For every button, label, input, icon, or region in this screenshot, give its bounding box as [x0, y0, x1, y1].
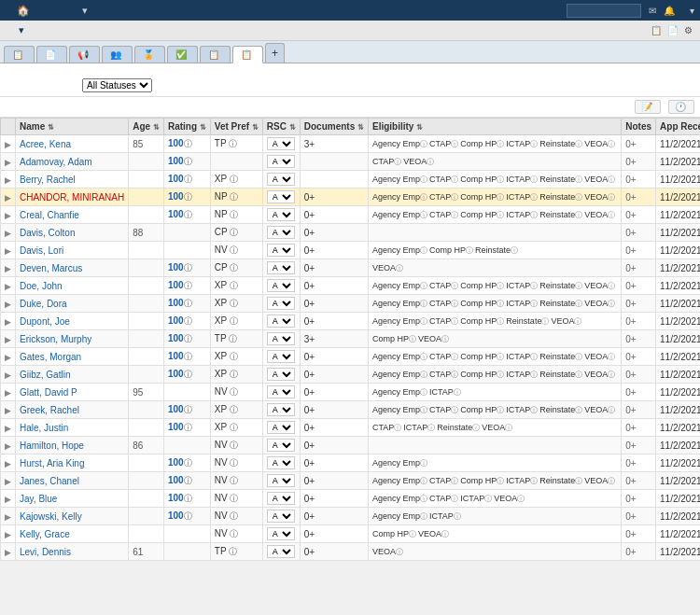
rsc-select[interactable]: AA [267, 385, 295, 398]
rsc-select[interactable]: AC [267, 439, 295, 452]
expand-cell[interactable]: ▶ [1, 330, 16, 348]
history-button[interactable]: 🕐 [668, 100, 694, 114]
rsc-cell[interactable]: AC [262, 454, 300, 472]
applicant-name-link[interactable]: Adamovay, Adam [20, 157, 92, 167]
rsc-select[interactable]: AC [267, 297, 295, 310]
expand-cell[interactable]: ▶ [1, 242, 16, 259]
tab-reviews[interactable]: ✅ [167, 46, 198, 63]
rsc-select[interactable]: AC [267, 492, 295, 505]
expand-cell[interactable]: ▶ [1, 206, 16, 224]
applicant-name-link[interactable]: Berry, Rachel [20, 175, 76, 185]
applicant-name-link[interactable]: Jay, Blue [20, 494, 57, 504]
rsc-cell[interactable]: AC [262, 206, 300, 224]
rsc-select[interactable]: AC [267, 279, 295, 292]
rsc-cell[interactable]: AA [262, 543, 300, 561]
header-vet-pref[interactable]: Vet Pref ⇅ [210, 119, 262, 135]
applicant-name-link[interactable]: Kelly, Grace [20, 529, 70, 539]
rsc-cell[interactable]: AC [262, 277, 300, 295]
rsc-cell[interactable]: AC [262, 259, 300, 277]
tab-vacancy[interactable]: 📋 [4, 46, 35, 63]
rsc-select[interactable]: AC [267, 510, 295, 523]
rsc-select[interactable]: A+ [267, 527, 295, 540]
applicant-name-link[interactable]: Davis, Colton [20, 228, 75, 238]
notification-icon[interactable]: 🔔 [664, 6, 675, 16]
rsc-select[interactable]: AC [267, 350, 295, 363]
applicant-name-link[interactable]: Greek, Rachel [20, 405, 79, 415]
header-age[interactable]: Age ⇅ [129, 119, 164, 135]
expand-cell[interactable]: ▶ [1, 171, 16, 189]
rsc-select[interactable]: AC [267, 137, 295, 150]
rsc-select[interactable]: AC [267, 244, 295, 257]
applicant-name-link[interactable]: Erickson, Murphy [20, 334, 91, 344]
rsc-select[interactable]: AC [267, 474, 295, 487]
rsc-cell[interactable]: AC [262, 224, 300, 242]
applicant-name-link[interactable]: Duke, Dora [20, 299, 67, 309]
applicant-name-link[interactable]: Hale, Justin [20, 423, 68, 433]
rsc-select[interactable]: AC [267, 403, 295, 416]
expand-cell[interactable]: ▶ [1, 295, 16, 313]
tab-assignment-group1[interactable]: 📋 [232, 46, 263, 63]
expand-cell[interactable]: ▶ [1, 490, 16, 508]
header-eligibility[interactable]: Eligibility ⇅ [368, 119, 621, 135]
header-documents[interactable]: Documents ⇅ [300, 119, 368, 135]
tab-assessment[interactable]: 📄 [36, 46, 67, 63]
rsc-select[interactable]: AA [267, 545, 295, 558]
applicant-name-link[interactable]: CHANDOR, MINIRANAH [20, 192, 124, 203]
tab-certificates[interactable]: 🏅 [134, 46, 165, 63]
rsc-cell[interactable]: AC [262, 242, 300, 259]
rsc-cell[interactable]: AC [262, 330, 300, 348]
rsc-select[interactable]: AC [267, 368, 295, 381]
applicant-name-link[interactable]: Davis, Lori [20, 245, 63, 256]
applicant-name-link[interactable]: Acree, Kena [20, 139, 71, 149]
home-icon[interactable]: 🏠 [17, 5, 30, 17]
applicant-name-link[interactable]: Giibz, Gatlin [20, 370, 70, 380]
rsc-cell[interactable]: AC [262, 135, 300, 153]
add-tab-button[interactable]: + [265, 43, 285, 63]
rsc-cell[interactable]: AC [262, 472, 300, 490]
goto-input[interactable] [567, 4, 641, 18]
expand-cell[interactable]: ▶ [1, 189, 16, 206]
rsc-cell[interactable]: AC [262, 153, 300, 171]
rsc-cell[interactable]: AC [262, 437, 300, 454]
expand-cell[interactable]: ▶ [1, 508, 16, 525]
applicant-name-link[interactable]: Creal, Chanfie [20, 210, 79, 220]
expand-cell[interactable]: ▶ [1, 135, 16, 153]
toolbar-icon-2[interactable]: 📄 [667, 25, 679, 35]
expand-cell[interactable]: ▶ [1, 366, 16, 384]
rsc-cell[interactable]: AC [262, 295, 300, 313]
rsc-select[interactable]: AC [267, 456, 295, 469]
applicant-name-link[interactable]: Hamilton, Hope [20, 440, 84, 451]
expand-cell[interactable]: ▶ [1, 313, 16, 330]
expand-cell[interactable]: ▶ [1, 348, 16, 366]
user-menu-icon[interactable]: ▾ [690, 6, 694, 16]
rsc-cell[interactable]: AC [262, 189, 300, 206]
vacancy-dropdown-icon[interactable]: ▾ [19, 24, 24, 36]
tab-applicant-overview[interactable]: 👥 [102, 46, 133, 63]
review-status-select[interactable]: All Statuses [82, 78, 152, 92]
applicant-name-link[interactable]: Hurst, Aria King [20, 458, 84, 468]
message-icon[interactable]: ✉ [649, 6, 656, 16]
tab-announcement[interactable]: 📢 [69, 46, 100, 63]
expand-cell[interactable]: ▶ [1, 153, 16, 171]
rsc-select[interactable]: AC [267, 314, 295, 328]
rsc-select[interactable]: AC [267, 332, 295, 345]
tab-assignment-group2[interactable]: 📋 [200, 46, 231, 63]
notes-button[interactable]: 📝 [635, 100, 661, 114]
rsc-select[interactable]: AC [267, 226, 295, 239]
rsc-cell[interactable]: AA [262, 384, 300, 401]
applicant-name-link[interactable]: Glatt, David P [20, 387, 77, 398]
rsc-cell[interactable]: AC [262, 490, 300, 508]
applicant-name-link[interactable]: Levi, Dennis [20, 547, 71, 557]
rsc-cell[interactable]: A+ [262, 525, 300, 543]
applicant-name-link[interactable]: Kajowski, Kelly [20, 511, 82, 522]
rsc-cell[interactable]: AC [262, 401, 300, 419]
applicant-name-link[interactable]: Janes, Chanel [20, 476, 79, 486]
expand-cell[interactable]: ▶ [1, 525, 16, 543]
expand-cell[interactable]: ▶ [1, 224, 16, 242]
applicant-name-link[interactable]: Dupont, Joe [20, 316, 70, 327]
nav-reports[interactable]: ▾ [82, 5, 88, 17]
applicant-name-link[interactable]: Deven, Marcus [20, 263, 82, 273]
header-rating[interactable]: Rating ⇅ [163, 119, 210, 135]
rsc-select[interactable]: AC [267, 190, 295, 203]
header-app-received[interactable]: App Received ⇅ [656, 119, 700, 135]
